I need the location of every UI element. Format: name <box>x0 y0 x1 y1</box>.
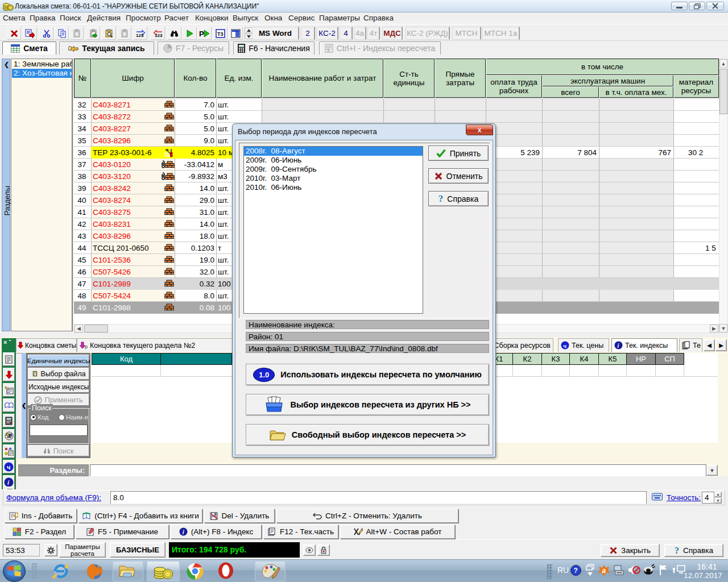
svg-text:1: 1 <box>327 48 330 53</box>
svg-text:ч: ч <box>564 343 567 349</box>
svg-text:p: p <box>85 344 88 349</box>
svg-text:i: i <box>618 343 619 349</box>
svg-text:123: 123 <box>136 33 144 38</box>
svg-text:123: 123 <box>155 33 163 38</box>
svg-text:P: P <box>199 30 204 38</box>
svg-text:?: ? <box>574 567 578 575</box>
svg-text:ч: ч <box>7 464 10 471</box>
svg-text:a: a <box>602 567 606 575</box>
svg-text:T3: T3 <box>217 31 224 37</box>
